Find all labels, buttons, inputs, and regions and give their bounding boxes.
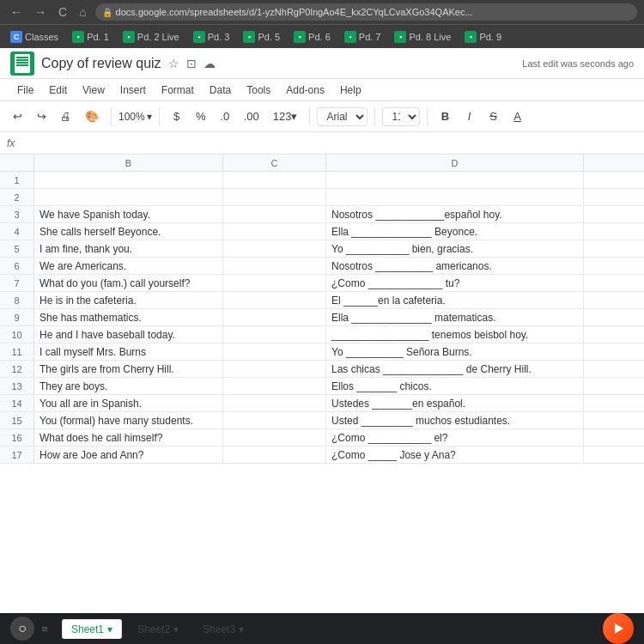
cell-12-d[interactable]: Las chicas ______________ de Cherry Hill… [326, 361, 584, 377]
menu-tools[interactable]: Tools [240, 82, 277, 99]
cell-13-c[interactable] [223, 378, 326, 394]
cell-16-d[interactable]: ¿Como ___________ el? [326, 429, 584, 446]
bookmark-pd7[interactable]: ▪ Pd. 7 [339, 29, 386, 45]
sheet-tab-sheet2[interactable]: Sheet2 ▾ [129, 620, 187, 639]
cell-9-d[interactable]: Ella ______________ matematicas. [326, 309, 584, 325]
zoom-dropdown-icon[interactable]: ▾ [147, 111, 152, 123]
play-button[interactable] [603, 613, 634, 644]
cell-7-d[interactable]: ¿Como _____________ tu? [326, 275, 584, 291]
cell-7-c[interactable] [223, 275, 326, 291]
bookmark-pd8[interactable]: ▪ Pd. 8 Live [389, 29, 456, 45]
menu-file[interactable]: File [10, 82, 40, 99]
menu-format[interactable]: Format [155, 82, 201, 99]
cell-14-b[interactable]: You all are in Spanish. [34, 395, 223, 411]
cell-16-b[interactable]: What does he call himself? [34, 429, 223, 446]
menu-data[interactable]: Data [203, 82, 238, 99]
cell-6-c[interactable] [223, 258, 326, 274]
col-header-b[interactable]: B [34, 155, 223, 171]
cell-17-b[interactable]: How are Joe and Ann? [34, 447, 223, 463]
cell-1-b[interactable] [34, 172, 223, 188]
cell-17-c[interactable] [223, 447, 326, 463]
menu-insert[interactable]: Insert [113, 82, 153, 99]
undo-button[interactable]: ↩ [7, 106, 27, 126]
bookmark-pd2[interactable]: ▪ Pd. 2 Live [118, 29, 185, 45]
redo-button[interactable]: ↪ [31, 106, 52, 126]
cell-8-c[interactable] [223, 292, 326, 308]
cell-7-b[interactable]: What do you (fam.) call yourself? [34, 275, 223, 291]
paint-format-button[interactable]: 🎨 [80, 106, 104, 126]
percent-button[interactable]: % [191, 106, 211, 126]
cell-3-c[interactable] [223, 206, 326, 222]
cell-5-b[interactable]: I am fine, thank you. [34, 240, 223, 257]
sheet-list-button[interactable]: ≡ [34, 619, 55, 640]
cell-2-c[interactable] [223, 189, 326, 205]
sheet2-dropdown-icon[interactable]: ▾ [173, 623, 179, 635]
bookmark-classes[interactable]: C Classes [5, 29, 64, 45]
cell-1-d[interactable] [326, 172, 584, 188]
cell-11-b[interactable]: I call myself Mrs. Burns [34, 343, 223, 360]
bookmark-pd6[interactable]: ▪ Pd. 6 [289, 29, 336, 45]
cell-14-d[interactable]: Ustedes _______en español. [326, 395, 584, 411]
cell-6-d[interactable]: Nosotros __________ americanos. [326, 258, 584, 274]
currency-button[interactable]: $ [167, 106, 187, 126]
cell-8-b[interactable]: He is in the cafeteria. [34, 292, 223, 308]
home-button[interactable]: ⌂ [76, 3, 89, 21]
decimal00-button[interactable]: .00 [239, 106, 264, 126]
underline-button[interactable]: A [507, 106, 527, 126]
back-button[interactable]: ← [7, 3, 26, 21]
cell-4-d[interactable]: Ella ______________ Beyonce. [326, 223, 584, 240]
cell-4-c[interactable] [223, 223, 326, 240]
font-size-selector[interactable]: 11 [382, 107, 420, 126]
sheet3-dropdown-icon[interactable]: ▾ [239, 623, 244, 635]
cell-11-d[interactable]: Yo __________ Señora Burns. [326, 343, 584, 360]
cell-16-c[interactable] [223, 429, 326, 446]
cell-14-c[interactable] [223, 395, 326, 411]
cell-15-c[interactable] [223, 412, 326, 428]
address-bar[interactable]: 🔒 docs.google.com/spreadsheets/d/1-yzNhR… [95, 3, 637, 21]
cell-17-d[interactable]: ¿Como _____ Jose y Ana? [326, 447, 584, 463]
cloud-icon[interactable]: ☁ [204, 57, 216, 70]
cell-12-b[interactable]: The girls are from Cherry Hill. [34, 361, 223, 377]
cell-5-d[interactable]: Yo ___________ bien, gracias. [326, 240, 584, 257]
cell-10-c[interactable] [223, 326, 326, 343]
cell-11-c[interactable] [223, 343, 326, 360]
refresh-button[interactable]: C [55, 3, 70, 21]
cell-1-c[interactable] [223, 172, 326, 188]
cell-13-d[interactable]: Ellos _______ chicos. [326, 378, 584, 394]
bookmark-pd9[interactable]: ▪ Pd. 9 [459, 29, 507, 45]
cell-15-b[interactable]: You (formal) have many students. [34, 412, 223, 428]
decimal0-button[interactable]: .0 [215, 106, 235, 126]
strikethrough-button[interactable]: S [483, 106, 503, 126]
cell-4-b[interactable]: She calls herself Beyonce. [34, 223, 223, 240]
sheet-tab-sheet1[interactable]: Sheet1 ▾ [62, 619, 122, 639]
menu-view[interactable]: View [76, 82, 112, 99]
cell-10-d[interactable]: _________________ tenemos beisbol hoy. [326, 326, 584, 343]
bookmark-pd3[interactable]: ▪ Pd. 3 [188, 29, 235, 45]
menu-addons[interactable]: Add-ons [279, 82, 331, 99]
cell-9-c[interactable] [223, 309, 326, 325]
cell-6-b[interactable]: We are Americans. [34, 258, 223, 274]
bookmark-pd1[interactable]: ▪ Pd. 1 [67, 29, 114, 45]
document-title[interactable]: Copy of review quiz [41, 56, 161, 71]
drive-icon[interactable]: ⊡ [186, 57, 197, 70]
cell-3-d[interactable]: Nosotros ____________español hoy. [326, 206, 584, 222]
forward-button[interactable]: → [31, 3, 50, 21]
menu-help[interactable]: Help [333, 82, 368, 99]
bold-button[interactable]: B [434, 106, 455, 126]
cell-13-b[interactable]: They are boys. [34, 378, 223, 394]
cell-8-d[interactable]: El ______en la cafeteria. [326, 292, 584, 308]
col-header-d[interactable]: D [326, 155, 584, 171]
cell-15-d[interactable]: Usted _________ muchos estudiantes. [326, 412, 584, 428]
col-header-c[interactable]: C [223, 155, 326, 171]
italic-button[interactable]: I [459, 106, 479, 126]
cell-12-c[interactable] [223, 361, 326, 377]
sheet-tab-sheet3[interactable]: Sheet3 ▾ [194, 620, 252, 639]
cell-3-b[interactable]: We have Spanish today. [34, 206, 223, 222]
sheet1-dropdown-icon[interactable]: ▾ [107, 623, 112, 635]
cell-2-b[interactable] [34, 189, 223, 205]
cell-5-c[interactable] [223, 240, 326, 257]
menu-edit[interactable]: Edit [42, 82, 74, 99]
font-selector[interactable]: Arial [317, 107, 368, 126]
cell-2-d[interactable] [326, 189, 584, 205]
cell-10-b[interactable]: He and I have baseball today. [34, 326, 223, 343]
